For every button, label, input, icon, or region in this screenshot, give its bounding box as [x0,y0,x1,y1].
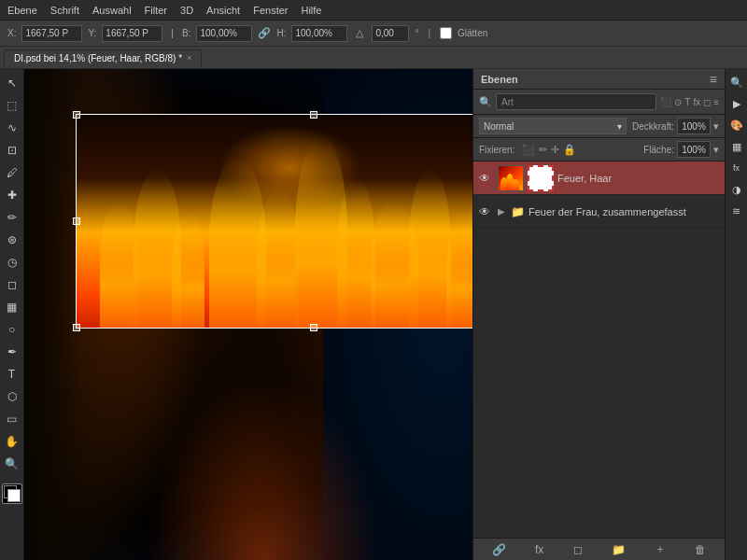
opacity-label: Deckkraft: [632,121,674,132]
w-input[interactable] [196,25,252,42]
layer-eye-feuer-frau[interactable]: 👁 [479,205,494,218]
angle-input[interactable] [372,25,409,42]
pen-tool[interactable]: ✒ [2,342,22,362]
menu-3d[interactable]: 3D [180,5,193,16]
x-label: X: [7,28,16,38]
document-tab[interactable]: DI.psd bei 14,1% (Feuer, Haar, RGB/8) * … [4,49,202,66]
layer-add-button[interactable]: ＋ [655,541,666,557]
x-input[interactable] [21,25,82,42]
lock-icons-group: ⬛ ✏ ✛ 🔒 [522,144,638,156]
foreground-color[interactable] [2,483,22,504]
grid-sidebar-icon[interactable]: ▦ [727,137,746,156]
layer-expand-arrow[interactable]: ▶ [498,206,507,217]
blend-mode-value: Normal [484,121,514,132]
h-label: H: [276,28,286,38]
layers-search-row: 🔍 Art ⬛ ⊙ T fx ◻ ≡ [473,90,725,115]
lock-all-icon[interactable]: 🔒 [563,144,576,156]
flame-7 [337,178,375,328]
layers-list: 👁 Feuer, Haar 👁 ▶ 📁 Feuer der Frau, zusa… [473,161,725,538]
move-tool[interactable]: ↖ [2,73,22,93]
filter-icons-group: ⬛ ⊙ T fx ◻ ≡ [660,97,719,107]
menu-fenster[interactable]: Fenster [253,5,288,16]
zoom-tool[interactable]: 🔍 [2,454,22,474]
search-sidebar-icon[interactable]: 🔍 [727,73,746,91]
menu-ebene[interactable]: Ebene [7,5,37,16]
tab-close-button[interactable]: × [187,53,191,63]
layer-link-button[interactable]: 🔗 [492,543,506,556]
angle-icon: △ [356,27,363,39]
layer-item-feuer-frau[interactable]: 👁 ▶ 📁 Feuer der Frau, zusammengefasst [473,195,725,229]
menu-auswahl[interactable]: Auswahl [92,5,132,16]
shape-tool[interactable]: ▭ [2,409,22,429]
blend-mode-dropdown[interactable]: Normal ▾ [479,118,627,134]
adjust-sidebar-icon[interactable]: ◑ [727,180,746,199]
separator1: | [171,28,174,38]
search-placeholder: Art [501,97,514,107]
play-sidebar-icon[interactable]: ▶ [727,94,746,113]
handle-mid-left[interactable] [73,217,80,225]
link-icon[interactable]: 🔗 [258,27,271,39]
layer-mask-button[interactable]: ◻ [573,543,583,556]
lock-transparent-icon[interactable]: ⬛ [522,144,535,156]
layer-item-feuer-haar[interactable]: 👁 Feuer, Haar [473,161,725,195]
filter-adjust-icon[interactable]: ⊙ [674,97,682,107]
menu-bar: Ebene Schrift Auswahl Filter 3D Ansicht … [0,0,747,21]
fill-chevron[interactable]: ▾ [713,144,719,156]
opacity-input[interactable]: 100% [677,118,711,134]
hand-tool[interactable]: ✋ [2,431,22,452]
misc-sidebar-icon[interactable]: ≋ [727,202,746,220]
handle-bottom-center[interactable] [310,324,317,331]
y-input[interactable] [102,25,162,42]
text-tool[interactable]: T [2,364,22,385]
flame-9 [409,168,452,328]
h-input[interactable] [291,25,347,42]
fill-input[interactable]: 100% [677,141,711,158]
filter-pixel-icon[interactable]: ⬛ [660,97,671,107]
filter-type-icon[interactable]: T [684,97,690,107]
dodge-tool[interactable]: ○ [2,319,22,340]
canvas-area[interactable] [24,69,472,560]
layer-delete-button[interactable]: 🗑 [695,543,706,556]
handle-top-center[interactable] [310,111,317,119]
filter-fx-icon[interactable]: fx [693,97,700,107]
menu-schrift[interactable]: Schrift [50,5,79,16]
path-tool[interactable]: ⬡ [2,386,22,407]
layer-fx-button[interactable]: fx [535,543,543,556]
menu-filter[interactable]: Filter [145,5,167,16]
filter-mask-icon[interactable]: ◻ [703,97,711,107]
glaetten-checkbox[interactable] [440,27,452,39]
clone-tool[interactable]: ⊛ [2,230,22,250]
palette-sidebar-icon[interactable]: 🎨 [727,116,746,134]
tab-filename: DI.psd bei 14,1% (Feuer, Haar, RGB/8) * [14,53,182,63]
degree-sign: ° [415,28,418,38]
history-tool[interactable]: ◷ [2,252,22,273]
menu-hilfe[interactable]: Hilfe [301,5,321,16]
eyedropper-tool[interactable]: 🖊 [2,162,22,183]
lock-move-icon[interactable]: ✛ [551,144,559,156]
layer-group-button[interactable]: 📁 [612,543,626,556]
search-box[interactable]: Art [496,93,656,110]
lock-pixel-icon[interactable]: ✏ [539,144,547,156]
filter-more-icon[interactable]: ≡ [713,97,719,107]
transform-bounding-box[interactable] [76,114,472,329]
crop-tool[interactable]: ⊡ [2,140,22,161]
heal-tool[interactable]: ✚ [2,185,22,205]
gradient-tool[interactable]: ▦ [2,297,22,317]
flame-1 [100,200,138,328]
brush-tool[interactable]: ✏ [2,207,22,228]
selection-tool[interactable]: ⬚ [2,95,22,116]
layers-panel: Ebenen ≡ 🔍 Art ⬛ ⊙ T fx ◻ ≡ Normal ▾ [472,69,725,560]
glaetten-label: Glätten [458,28,487,38]
layers-collapse-button[interactable]: ≡ [710,72,717,87]
fill-value: 100% [682,145,706,155]
handle-bottom-left[interactable] [73,324,80,331]
fx-sidebar-icon[interactable]: fx [727,159,746,177]
opacity-chevron[interactable]: ▾ [713,120,719,133]
layers-panel-bottom: 🔗 fx ◻ 📁 ＋ 🗑 [473,538,725,560]
menu-ansicht[interactable]: Ansicht [206,5,240,16]
handle-top-left[interactable] [73,111,80,119]
lasso-tool[interactable]: ∿ [2,118,22,138]
layer-eye-feuer-haar[interactable]: 👁 [479,172,494,185]
y-label: Y: [88,28,96,38]
eraser-tool[interactable]: ◻ [2,274,22,295]
